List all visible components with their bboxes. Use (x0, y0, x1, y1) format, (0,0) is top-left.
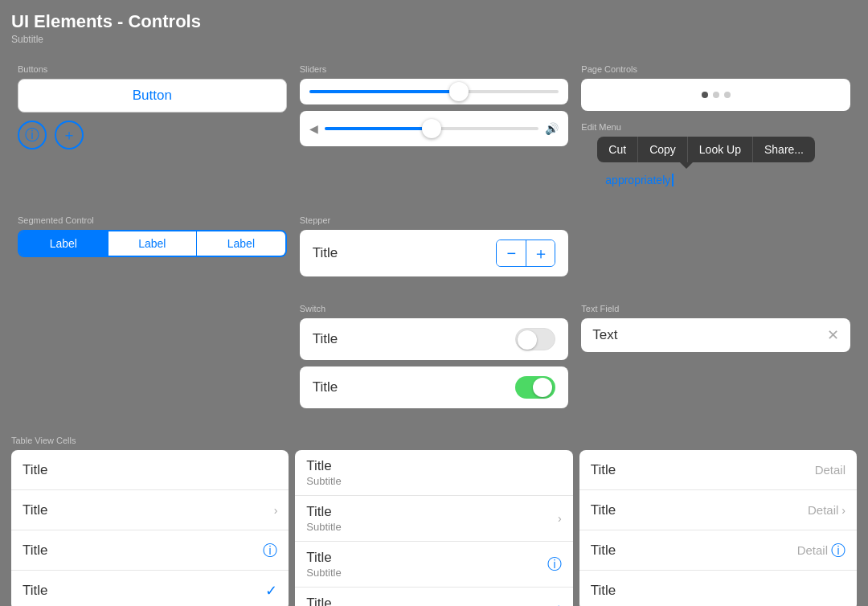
segmented-label: Segmented Control (18, 215, 287, 225)
checkmark-icon: ✓ (265, 582, 277, 600)
share-button[interactable]: Share... (753, 137, 815, 162)
page-dot-2 (713, 92, 719, 98)
table-cells-label: Table View Cells (11, 436, 857, 445)
look-up-button[interactable]: Look Up (688, 137, 753, 162)
slider2-track[interactable] (325, 127, 539, 130)
header: UI Elements - Controls Subtitle (0, 0, 868, 50)
table-cells-section: Table View Cells Title Title › Title ⓘ T… (0, 426, 868, 606)
toggle-1[interactable] (515, 328, 555, 350)
buttons-label: Buttons (18, 64, 287, 74)
segmented-section: Segmented Control Label Label Label (11, 207, 293, 281)
clear-button[interactable]: ✕ (827, 326, 839, 344)
switch-row1-label: Title (313, 331, 338, 347)
buttons-section: Buttons Button ⓘ ＋ (11, 56, 293, 191)
table-grid: Title Title › Title ⓘ Title ✓ Tit (11, 450, 857, 606)
text-field-input[interactable] (592, 327, 827, 343)
stepper-controls: − ＋ (496, 240, 555, 267)
selected-text: appropriately (605, 174, 850, 186)
page-subtitle: Subtitle (11, 34, 857, 45)
info-icon[interactable]: ⓘ (831, 541, 845, 560)
text-field-section: Text Field ✕ (575, 296, 857, 420)
edit-menu-area: Edit Menu Cut Copy Look Up Share... appr… (581, 122, 850, 186)
table-row[interactable]: Title Subtitle ⓘ (295, 542, 572, 588)
toggle-1-thumb (518, 330, 537, 350)
toggle-2[interactable] (515, 376, 555, 399)
page-controls[interactable] (581, 79, 850, 111)
main-button[interactable]: Button (18, 79, 287, 113)
table-row[interactable]: Title (579, 571, 857, 606)
chevron-right-icon: › (558, 512, 562, 525)
volume-high-icon: 🔊 (545, 122, 559, 135)
table-col-1: Title Title › Title ⓘ Title ✓ (11, 450, 289, 606)
text-cursor (672, 174, 674, 186)
slider1-row (300, 79, 569, 104)
sliders-section: Sliders ◀ 🔊 (293, 56, 575, 191)
text-field-label: Text Field (581, 304, 850, 313)
chevron-right-icon: › (841, 504, 845, 517)
switch-section: Switch Title Title (293, 296, 575, 420)
edit-menu-label: Edit Menu (581, 122, 850, 132)
switch-row2-label: Title (313, 379, 338, 395)
table-col-2: Title Subtitle Title Subtitle › Title Su… (295, 450, 572, 606)
segmented-control[interactable]: Label Label Label (18, 230, 287, 257)
volume-low-icon: ◀ (309, 122, 318, 135)
table-row[interactable]: Title Detail › (579, 490, 857, 530)
sliders-label: Sliders (300, 64, 569, 74)
seg-item-1[interactable]: Label (108, 231, 197, 256)
seg-item-0[interactable]: Label (19, 231, 108, 256)
page-dot-1 (702, 92, 708, 98)
info-icon[interactable]: ⓘ (263, 541, 277, 560)
copy-button[interactable]: Copy (638, 137, 688, 162)
checkmark-icon: ✓ (550, 601, 562, 606)
switch-row-2: Title (300, 366, 569, 408)
stepper-label: Stepper (300, 215, 569, 225)
add-button[interactable]: ＋ (55, 121, 84, 149)
page-controls-section: Page Controls Edit Menu Cut Copy Look Up… (575, 56, 857, 191)
switch-label: Switch (300, 304, 569, 313)
table-row[interactable]: Title › (11, 490, 289, 530)
cut-button[interactable]: Cut (597, 137, 638, 162)
seg-item-2[interactable]: Label (196, 231, 285, 256)
page-dot-3 (724, 92, 731, 98)
switch-row-1: Title (300, 318, 569, 360)
chevron-right-icon: › (274, 504, 278, 517)
info-button[interactable]: ⓘ (18, 121, 47, 149)
stepper-row: Title − ＋ (300, 230, 569, 276)
page-title: UI Elements - Controls (11, 11, 857, 32)
table-row[interactable]: Title ⓘ (11, 530, 289, 571)
stepper-section: Stepper Title − ＋ (293, 207, 575, 281)
text-field-box: ✕ (581, 318, 850, 352)
table-col-3: Title Detail Title Detail › Title Detail… (579, 450, 857, 606)
slider1-track[interactable] (309, 90, 559, 93)
table-row[interactable]: Title ✓ (11, 571, 289, 606)
table-row[interactable]: Title Subtitle › (295, 496, 572, 542)
table-row[interactable]: Title Subtitle ✓ (295, 588, 572, 606)
info-icon[interactable]: ⓘ (547, 555, 562, 574)
table-row[interactable]: Title (11, 450, 289, 490)
stepper-decrement[interactable]: − (497, 240, 526, 266)
edit-menu-popup: Cut Copy Look Up Share... (597, 137, 815, 162)
table-row[interactable]: Title Detail (579, 450, 857, 490)
page-controls-label: Page Controls (581, 64, 850, 74)
stepper-row-label: Title (313, 245, 338, 261)
table-row[interactable]: Title Detail ⓘ (579, 530, 857, 571)
table-row[interactable]: Title Subtitle (295, 450, 572, 496)
stepper-increment[interactable]: ＋ (526, 240, 555, 266)
toggle-2-thumb (533, 378, 552, 397)
slider2-row: ◀ 🔊 (300, 111, 569, 146)
